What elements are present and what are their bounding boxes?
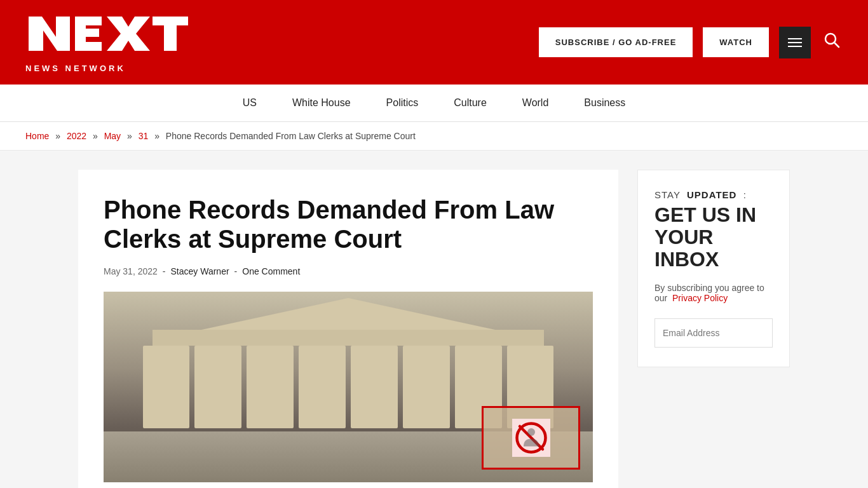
stay-updated-label: STAY UPDATED : <box>654 189 773 200</box>
article-meta: May 31, 2022 - Stacey Warner - One Comme… <box>104 266 593 276</box>
logo[interactable]: NEWS NETWORK <box>25 11 191 73</box>
court-col-5 <box>351 346 398 428</box>
article-container: Phone Records Demanded From Law Clerks a… <box>78 170 618 488</box>
sep-3: » <box>127 131 132 141</box>
main-layout: Phone Records Demanded From Law Clerks a… <box>53 170 815 488</box>
site-header: NEWS NETWORK SUBSCRIBE / GO AD-FREE WATC… <box>0 0 868 85</box>
sep-2: » <box>93 131 98 141</box>
logo-text <box>25 11 191 61</box>
heading-line3: INBOX <box>654 248 719 271</box>
menu-bar-2 <box>788 42 802 43</box>
nav-item-politics[interactable]: Politics <box>369 85 437 121</box>
nav-item-culture[interactable]: Culture <box>436 85 505 121</box>
court-col-2 <box>194 346 241 428</box>
court-frieze <box>153 330 544 346</box>
widget-heading: GET US IN YOUR INBOX <box>654 204 773 271</box>
heading-line1: GET US IN <box>654 203 756 226</box>
breadcrumb-month[interactable]: May <box>104 131 121 141</box>
image-overlay-box <box>482 406 580 470</box>
logo-svg <box>25 11 191 56</box>
search-icon <box>824 32 840 48</box>
nav-item-whitehouse[interactable]: White House <box>275 85 369 121</box>
court-col-3 <box>247 346 294 428</box>
menu-bar-3 <box>788 46 802 47</box>
logo-subtitle: NEWS NETWORK <box>25 64 191 73</box>
meta-dot-2: - <box>234 266 238 276</box>
heading-line2: YOUR <box>654 226 713 248</box>
breadcrumb: Home » 2022 » May » 31 » Phone Records D… <box>0 122 868 151</box>
article-image <box>104 292 593 482</box>
sep-4: » <box>154 131 159 141</box>
court-col-4 <box>299 346 346 428</box>
stay-label: STAY <box>654 189 681 200</box>
newsletter-widget: STAY UPDATED : GET US IN YOUR INBOX By s… <box>637 170 790 367</box>
nav-item-us[interactable]: US <box>225 85 275 121</box>
svg-line-1 <box>834 43 839 47</box>
article-title: Phone Records Demanded From Law Clerks a… <box>104 195 593 254</box>
breadcrumb-home[interactable]: Home <box>25 131 49 141</box>
nav-item-world[interactable]: World <box>505 85 567 121</box>
main-nav: US White House Politics Culture World Bu… <box>225 85 644 121</box>
search-button[interactable] <box>821 29 843 55</box>
updated-label: UPDATED <box>687 189 736 200</box>
breadcrumb-day[interactable]: 31 <box>139 131 149 141</box>
article-author[interactable]: Stacey Warner <box>171 266 229 276</box>
court-col-1 <box>143 346 190 428</box>
breadcrumb-current: Phone Records Demanded From Law Clerks a… <box>166 131 416 141</box>
menu-button[interactable] <box>779 27 811 58</box>
article-comments[interactable]: One Comment <box>242 266 300 276</box>
email-input[interactable] <box>654 318 773 348</box>
watch-button[interactable]: WATCH <box>703 27 769 57</box>
subscribe-button[interactable]: SUBSCRIBE / GO AD-FREE <box>539 27 693 57</box>
no-symbol-icon <box>512 419 550 457</box>
court-col-6 <box>403 346 450 428</box>
header-actions: SUBSCRIBE / GO AD-FREE WATCH <box>539 27 843 58</box>
nav-item-business[interactable]: Business <box>566 85 643 121</box>
menu-bar-1 <box>788 38 802 39</box>
article-date: May 31, 2022 <box>104 266 158 276</box>
widget-description: By subscribing you agree to our Privacy … <box>654 283 773 303</box>
sidebar: STAY UPDATED : GET US IN YOUR INBOX By s… <box>637 170 790 367</box>
nav-bar: US White House Politics Culture World Bu… <box>0 85 868 122</box>
breadcrumb-year[interactable]: 2022 <box>67 131 86 141</box>
svg-point-6 <box>527 428 535 436</box>
sep-1: » <box>55 131 60 141</box>
meta-dot-1: - <box>163 266 166 276</box>
privacy-policy-link[interactable]: Privacy Policy <box>672 293 728 303</box>
